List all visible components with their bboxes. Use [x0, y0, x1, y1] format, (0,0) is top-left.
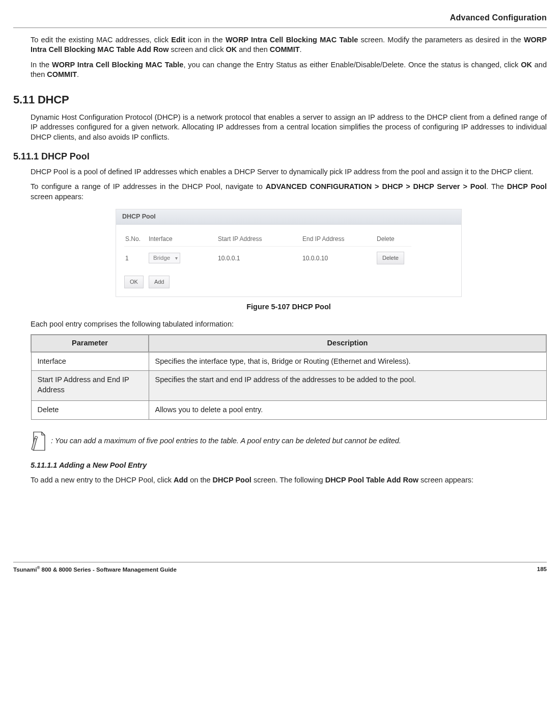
pool-para-2: To configure a range of IP addresses in …	[31, 182, 547, 202]
text: and then	[237, 45, 270, 53]
cell-start-ip: 10.0.0.1	[217, 247, 301, 269]
commit-bold: COMMIT	[270, 45, 300, 53]
page-number: 185	[537, 565, 547, 574]
adding-heading-text: 5.11.1.1 Adding a New Pool Entry	[31, 461, 147, 469]
header-rule	[13, 28, 547, 28]
col-end-ip: End IP Address	[301, 232, 376, 247]
col-description: Description	[149, 335, 546, 352]
figure-dhcp-pool: DHCP Pool S.No. Interface Start IP Addre…	[116, 209, 462, 297]
text: To configure a range of IP addresses in …	[31, 182, 266, 191]
text: . The	[486, 182, 507, 191]
param-header-row: Parameter Description	[31, 335, 546, 352]
text: screen appears:	[418, 476, 473, 484]
worp-table-bold: WORP Intra Cell Blocking MAC Table	[226, 36, 358, 44]
worp-table-bold: WORP Intra Cell Blocking MAC Table	[52, 61, 183, 69]
intro-para-2: In the WORP Intra Cell Blocking MAC Tabl…	[31, 60, 547, 80]
text: icon in the	[185, 36, 226, 44]
text: screen and click	[169, 45, 226, 53]
text: screen. The following	[251, 476, 325, 484]
text: screen. Modify the parameters as desired…	[358, 36, 524, 44]
text: To edit the existing MAC addresses, clic…	[31, 36, 171, 44]
pool-header-row: S.No. Interface Start IP Address End IP …	[124, 232, 411, 247]
table-row: Delete Allows you to delete a pool entry…	[31, 401, 546, 420]
cell-delete: Delete	[376, 247, 411, 269]
text: In the	[31, 61, 52, 69]
col-parameter: Parameter	[31, 335, 149, 352]
figure-caption: Figure 5-107 DHCP Pool	[31, 302, 547, 312]
pool-para-1: DHCP Pool is a pool of defined IP addres…	[31, 167, 547, 177]
text: , you can change the Entry Status as eit…	[183, 61, 521, 69]
desc-interface: Specifies the interface type, that is, B…	[149, 352, 546, 371]
interface-select-value: Bridge	[153, 254, 170, 262]
param-interface: Interface	[31, 352, 149, 371]
footer-product: Tsunami	[13, 567, 37, 573]
note-icon	[31, 431, 47, 451]
desc-delete: Allows you to delete a pool entry.	[149, 401, 546, 420]
param-start-end-ip: Start IP Address and End IP Address	[31, 371, 149, 401]
table-row: Interface Specifies the interface type, …	[31, 352, 546, 371]
edit-bold: Edit	[171, 36, 185, 44]
intro-para-1: To edit the existing MAC addresses, clic…	[31, 35, 547, 55]
add-bold: Add	[174, 476, 188, 484]
delete-button[interactable]: Delete	[377, 252, 404, 264]
dhcp-heading: 5.11 DHCP	[13, 92, 547, 107]
footer-left: Tsunami® 800 & 8000 Series - Software Ma…	[13, 565, 177, 574]
col-interface: Interface	[148, 232, 217, 247]
dhcp-para: Dynamic Host Configuration Protocol (DHC…	[31, 113, 547, 143]
nav-path-bold: ADVANCED CONFIGURATION > DHCP > DHCP Ser…	[266, 182, 486, 191]
text: To add a new entry to the DHCP Pool, cli…	[31, 476, 174, 484]
cell-end-ip: 10.0.0.10	[301, 247, 376, 269]
parameter-table: Parameter Description Interface Specifie…	[31, 334, 547, 420]
table-row: Start IP Address and End IP Address Spec…	[31, 371, 546, 401]
col-start-ip: Start IP Address	[217, 232, 301, 247]
text: on the	[188, 476, 212, 484]
chapter-title: Advanced Configuration	[13, 10, 547, 28]
text: screen appears:	[31, 193, 83, 201]
note: : You can add a maximum of five pool ent…	[31, 431, 547, 451]
cell-interface: Bridge ▾	[148, 247, 217, 269]
page-footer: Tsunami® 800 & 8000 Series - Software Ma…	[13, 562, 547, 574]
ok-button[interactable]: OK	[124, 276, 144, 288]
col-sno: S.No.	[124, 232, 148, 247]
ok-bold: OK	[226, 45, 237, 53]
pool-grid: S.No. Interface Start IP Address End IP …	[124, 232, 411, 269]
chevron-down-icon: ▾	[175, 255, 178, 262]
col-delete: Delete	[376, 232, 411, 247]
add-button[interactable]: Add	[149, 276, 170, 288]
cell-sno: 1	[124, 247, 148, 269]
panel-title: DHCP Pool	[116, 209, 461, 225]
dhcp-pool-heading: 5.11.1 DHCP Pool	[13, 150, 547, 163]
ok-bold: OK	[521, 61, 532, 69]
desc-start-end-ip: Specifies the start and end IP address o…	[149, 371, 546, 401]
pool-row: 1 Bridge ▾ 10.0.0.1 10.0.0.10 Delete	[124, 247, 411, 269]
note-text: : You can add a maximum of five pool ent…	[51, 436, 401, 446]
footer-title: 800 & 8000 Series - Software Management …	[40, 567, 176, 573]
dhcp-pool-bold: DHCP Pool	[507, 182, 547, 191]
add-row-bold: DHCP Pool Table Add Row	[325, 476, 418, 484]
text: .	[77, 70, 79, 78]
dhcp-pool-panel: DHCP Pool S.No. Interface Start IP Addre…	[116, 209, 462, 297]
table-lead: Each pool entry comprises the following …	[31, 319, 547, 330]
interface-select[interactable]: Bridge ▾	[149, 253, 180, 264]
commit-bold: COMMIT	[47, 70, 77, 78]
adding-heading: 5.11.1.1 Adding a New Pool Entry	[31, 461, 547, 471]
adding-para: To add a new entry to the DHCP Pool, cli…	[31, 475, 547, 486]
text: .	[300, 45, 302, 53]
param-delete: Delete	[31, 401, 149, 420]
dhcp-pool-bold: DHCP Pool	[213, 476, 251, 484]
